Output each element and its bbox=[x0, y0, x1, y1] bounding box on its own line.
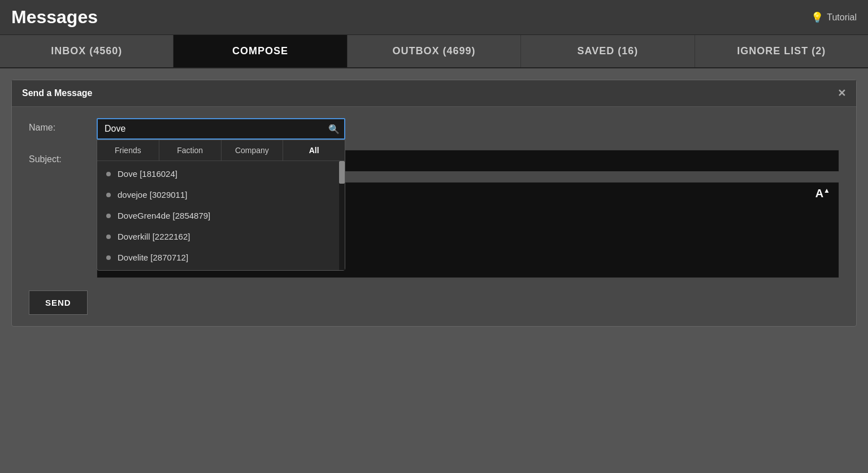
dropdown-item-label: Dovelite [2870712] bbox=[118, 253, 188, 262]
tab-inbox[interactable]: INBOX (4560) bbox=[0, 35, 173, 67]
list-item[interactable]: Doverkill [2222162] bbox=[97, 226, 345, 247]
list-item[interactable]: DoveGren4de [2854879] bbox=[97, 205, 345, 226]
panel-close-button[interactable]: ✕ bbox=[837, 87, 846, 99]
dropdown-tab-faction[interactable]: Faction bbox=[159, 140, 222, 160]
bullet-icon bbox=[106, 214, 111, 218]
dropdown-tab-friends[interactable]: Friends bbox=[97, 140, 159, 160]
tutorial-link[interactable]: 💡 Tutorial bbox=[811, 11, 857, 24]
tutorial-label: Tutorial bbox=[827, 12, 857, 23]
name-label: Name: bbox=[29, 118, 97, 133]
dropdown-tab-all[interactable]: All bbox=[283, 140, 345, 160]
bullet-icon bbox=[106, 193, 111, 197]
bullet-icon bbox=[106, 235, 111, 239]
name-input-wrapper: 🔍 Friends Faction Company All bbox=[97, 118, 345, 140]
message-label bbox=[29, 182, 97, 186]
main-content: Send a Message ✕ Name: 🔍 bbox=[0, 68, 868, 473]
dropdown-list: Dove [1816024]dovejoe [3029011]DoveGren4… bbox=[97, 161, 345, 270]
search-icon[interactable]: 🔍 bbox=[328, 124, 340, 134]
dropdown-item-label: dovejoe [3029011] bbox=[118, 190, 187, 199]
tab-outbox[interactable]: OUTBOX (4699) bbox=[348, 35, 521, 67]
page-title: Messages bbox=[11, 7, 98, 28]
dropdown-item-label: Dove [1816024] bbox=[118, 169, 177, 179]
dropdown-item-label: DoveGren4de [2854879] bbox=[118, 211, 210, 220]
name-row: Name: 🔍 Friends Faction Compan bbox=[29, 118, 839, 140]
list-item[interactable]: Dovelite [2870712] bbox=[97, 247, 345, 268]
send-button[interactable]: SEND bbox=[29, 290, 88, 315]
tab-saved[interactable]: SAVED (16) bbox=[521, 35, 695, 67]
panel-header: Send a Message ✕ bbox=[12, 80, 856, 107]
dropdown-scrollbar-thumb[interactable] bbox=[339, 161, 345, 184]
dropdown-scrollbar-track[interactable] bbox=[339, 161, 345, 270]
font-size-button[interactable]: A▲ bbox=[815, 186, 830, 200]
name-field: 🔍 Friends Faction Company All bbox=[97, 118, 839, 140]
dropdown-tab-company[interactable]: Company bbox=[222, 140, 284, 160]
subject-label: Subject: bbox=[29, 150, 97, 164]
lightbulb-icon: 💡 bbox=[811, 11, 823, 24]
send-row: SEND bbox=[29, 290, 839, 315]
dropdown-tabs: Friends Faction Company All bbox=[97, 140, 345, 161]
tabs-bar: INBOX (4560) COMPOSE OUTBOX (4699) SAVED… bbox=[0, 35, 868, 68]
panel-title: Send a Message bbox=[22, 88, 93, 98]
name-input[interactable] bbox=[97, 118, 345, 140]
app-container: Messages 💡 Tutorial INBOX (4560) COMPOSE… bbox=[0, 0, 868, 473]
bullet-icon bbox=[106, 255, 111, 260]
dropdown-items: Dove [1816024]dovejoe [3029011]DoveGren4… bbox=[97, 161, 345, 270]
message-panel: Send a Message ✕ Name: 🔍 bbox=[11, 80, 857, 327]
header: Messages 💡 Tutorial bbox=[0, 0, 868, 35]
name-dropdown: Friends Faction Company All Dove [181602… bbox=[97, 140, 345, 271]
dropdown-item-label: Doverkill [2222162] bbox=[118, 232, 190, 241]
list-item[interactable]: dovejoe [3029011] bbox=[97, 184, 345, 205]
tab-compose[interactable]: COMPOSE bbox=[173, 35, 347, 67]
bullet-icon bbox=[106, 172, 111, 176]
list-item[interactable]: Dove [1816024] bbox=[97, 163, 345, 184]
tab-ignore-list[interactable]: IGNORE LIST (2) bbox=[695, 35, 868, 67]
panel-body: Name: 🔍 Friends Faction Compan bbox=[12, 107, 856, 326]
